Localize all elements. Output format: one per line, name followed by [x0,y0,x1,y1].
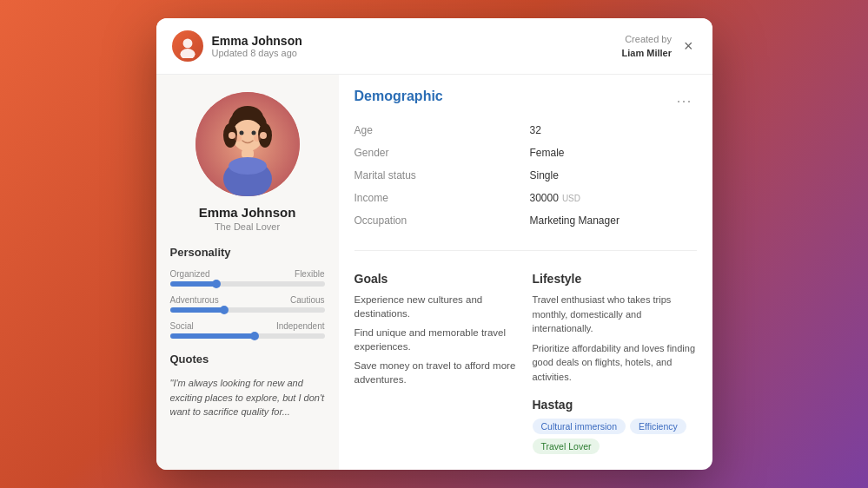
personality-row-organized: Organized Flexible [170,269,325,287]
personality-row-social: Social Independent [170,321,325,339]
svg-point-13 [254,135,261,142]
lifestyle-text-2: Prioritize affordability and loves findi… [533,341,697,385]
personality-label-left: Adventurous [170,295,219,305]
goal-item-1: Experience new cultures and destinations… [354,293,519,320]
goal-item-2: Find unique and memorable travel experie… [354,326,519,353]
svg-point-16 [229,157,267,175]
avatar-name: Emma Johnson [199,205,296,220]
personality-indicator [220,306,229,314]
goals-title: Goals [354,272,519,286]
quotes-text: "I'm always looking for new and exciting… [170,376,325,419]
svg-point-10 [239,131,243,135]
demo-label-income: Income [354,189,521,207]
lifestyle-section: Lifestyle Travel enthusiast who takes tr… [533,272,697,389]
svg-point-0 [182,38,192,48]
avatar-container: Emma Johnson The Deal Lover [170,92,325,232]
header-info: Emma Johnson Updated 8 days ago [212,34,613,58]
close-button[interactable]: × [680,35,697,57]
middle-grid: Goals Experience new cultures and destin… [354,272,697,458]
persona-modal: Emma Johnson Updated 8 days ago Created … [156,18,712,470]
header-created: Created by Liam Miller [622,32,672,61]
personality-bar-fill [170,333,255,339]
personality-bar-bg [170,333,325,339]
personality-label-left: Organized [170,269,210,279]
demo-value-age: 32 [530,122,697,139]
demographic-grid: Age 32 Gender Female Marital status Sing… [354,122,697,229]
modal-body: Emma Johnson The Deal Lover Personality … [156,75,712,470]
personality-label-right: Cautious [290,295,324,305]
personality-bar-fill [170,281,216,287]
demo-label-marital: Marital status [354,167,521,184]
header-name: Emma Johnson [212,34,613,48]
personality-label-right: Independent [276,321,325,331]
demo-value-gender: Female [530,144,697,162]
right-column: Lifestyle Travel enthusiast who takes tr… [533,272,697,458]
lifestyle-title: Lifestyle [533,272,697,286]
tag-row-2: Travel Lover [533,439,697,454]
created-by: Liam Miller [622,46,672,61]
modal-header: Emma Johnson Updated 8 days ago Created … [156,18,712,75]
personality-indicator [250,332,259,340]
avatar-circle [195,92,300,196]
avatar-subtitle: The Deal Lover [215,221,280,232]
svg-rect-14 [242,149,254,158]
svg-point-12 [235,135,242,142]
quotes-title: Quotes [170,353,325,366]
personality-label-left: Social [170,321,194,331]
hastag-section: Hastag Cultural immersion Efficiency Tra… [533,398,697,458]
personality-label-right: Flexible [295,269,324,279]
demographic-title: Demographic [354,89,443,104]
svg-point-9 [260,132,267,139]
personality-row-adventurous: Adventurous Cautious [170,295,325,313]
right-panel: Demographic ⋯ Age 32 Gender Female Marit… [339,75,712,470]
lifestyle-text-1: Travel enthusiast who takes trips monthl… [533,293,697,336]
header-avatar [172,30,203,62]
personality-bar-bg [170,281,325,287]
demographic-section: Demographic ⋯ Age 32 Gender Female Marit… [354,89,697,229]
tag-efficiency: Efficiency [630,419,686,434]
goal-item-3: Save money on travel to afford more adve… [354,359,519,386]
hastag-title: Hastag [533,398,697,412]
personality-indicator [212,280,221,288]
demo-value-income: 30000 USD [530,189,697,207]
quotes-section: Quotes "I'm always looking for new and e… [170,353,325,419]
personality-bar-bg [170,307,325,313]
tag-row-1: Cultural immersion Efficiency [533,419,697,434]
personality-title: Personality [170,246,325,259]
demo-label-age: Age [354,122,521,139]
demo-value-occupation: Marketing Manager [530,212,697,229]
svg-point-1 [180,49,195,58]
header-updated: Updated 8 days ago [212,48,613,58]
created-label: Created by [622,32,672,47]
svg-point-11 [251,131,255,135]
demo-label-gender: Gender [354,144,521,162]
left-panel: Emma Johnson The Deal Lover Personality … [156,75,339,470]
modal-overlay: Emma Johnson Updated 8 days ago Created … [0,0,868,488]
personality-section: Personality Organized Flexible [170,246,325,339]
svg-point-8 [229,132,235,139]
demo-label-occupation: Occupation [354,212,521,229]
goals-section: Goals Experience new cultures and destin… [354,272,519,458]
personality-bar-fill [170,307,224,313]
demo-value-marital: Single [530,167,697,184]
tag-travel-lover: Travel Lover [533,439,600,454]
tag-cultural-immersion: Cultural immersion [533,419,626,434]
more-button[interactable]: ⋯ [671,89,697,112]
